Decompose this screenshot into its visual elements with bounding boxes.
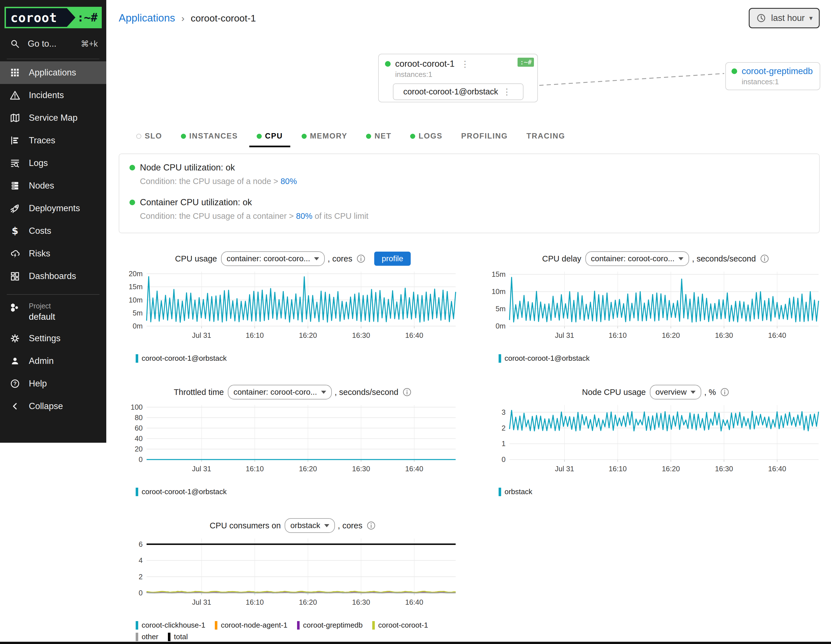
search-icon bbox=[10, 38, 20, 49]
legend-item-coroot-node-agent-1[interactable]: coroot-node-agent-1 bbox=[215, 621, 287, 630]
chart-selector-dropdown[interactable]: overview bbox=[650, 385, 701, 400]
svg-text:0m: 0m bbox=[495, 322, 506, 330]
chart-selector-dropdown[interactable]: container: coroot-coro... bbox=[585, 251, 689, 266]
legend-item-coroot-coroot-1-orbstack[interactable]: coroot-coroot-1@orbstack bbox=[136, 488, 227, 496]
sidebar-item-label: Logs bbox=[29, 158, 48, 168]
service-map-icon bbox=[10, 113, 20, 123]
sidebar-item-help[interactable]: ?Help bbox=[0, 372, 106, 395]
svg-text:16:30: 16:30 bbox=[715, 465, 733, 473]
svg-text:3: 3 bbox=[502, 408, 506, 416]
chart-legend: coroot-coroot-1@orbstack bbox=[498, 354, 818, 363]
svg-text:5m: 5m bbox=[495, 305, 506, 312]
status-dot bbox=[385, 61, 391, 67]
svg-text:4: 4 bbox=[139, 556, 143, 564]
kebab-menu-icon[interactable]: ⋮ bbox=[459, 59, 471, 69]
sidebar-item-incidents[interactable]: Incidents bbox=[0, 84, 106, 107]
tab-net[interactable]: NET bbox=[359, 127, 399, 147]
legend-item-coroot-clickhouse-1[interactable]: coroot-clickhouse-1 bbox=[136, 621, 205, 630]
tab-slo[interactable]: SLO bbox=[129, 127, 170, 147]
upstream-node-card[interactable]: coroot-greptimedb instances:1 bbox=[725, 62, 820, 90]
tab-profiling[interactable]: PROFILING bbox=[454, 127, 515, 147]
sidebar-item-label: Risks bbox=[29, 249, 50, 259]
legend-item-other[interactable]: other bbox=[136, 633, 158, 641]
chart-selector-dropdown[interactable]: orbstack bbox=[285, 518, 335, 533]
legend-label: coroot-clickhouse-1 bbox=[142, 621, 205, 630]
svg-text:16:40: 16:40 bbox=[405, 598, 423, 606]
sidebar-item-admin[interactable]: Admin bbox=[0, 350, 106, 372]
tab-label: PROFILING bbox=[461, 132, 508, 140]
tab-label: MEMORY bbox=[310, 132, 348, 140]
sidebar-item-service-map[interactable]: Service Map bbox=[0, 107, 106, 129]
storm-cloud-icon bbox=[10, 248, 20, 259]
info-icon[interactable] bbox=[720, 387, 729, 397]
svg-text:16:20: 16:20 bbox=[299, 332, 317, 339]
info-icon[interactable] bbox=[356, 254, 366, 263]
svg-text:16:40: 16:40 bbox=[405, 465, 423, 473]
chart-cpu-consumers-on: CPU consumers onorbstack, cores6420Jul 3… bbox=[118, 516, 468, 641]
legend-swatch bbox=[215, 621, 217, 630]
legend-item-coroot-greptimedb[interactable]: coroot-greptimedb bbox=[297, 621, 363, 630]
sidebar-item-collapse[interactable]: Collapse bbox=[0, 395, 106, 418]
svg-text:Jul 31: Jul 31 bbox=[192, 332, 211, 339]
breadcrumb-applications-link[interactable]: Applications bbox=[119, 12, 175, 24]
goto-search[interactable]: Go to... ⌘+k bbox=[0, 31, 106, 57]
tab-cpu[interactable]: CPU bbox=[249, 127, 290, 147]
svg-text:16:10: 16:10 bbox=[608, 332, 627, 339]
profile-button[interactable]: profile bbox=[374, 252, 411, 266]
info-icon[interactable] bbox=[366, 521, 376, 530]
legend-item-coroot-coroot-1-orbstack[interactable]: coroot-coroot-1@orbstack bbox=[136, 354, 227, 363]
chart-selector-dropdown[interactable]: container: coroot-coro... bbox=[228, 385, 332, 400]
chart-plot: 3210Jul 3116:1016:2016:3016:40 bbox=[481, 401, 825, 485]
sidebar-item-dashboards[interactable]: Dashboards bbox=[0, 265, 106, 287]
main-content: Applications › coroot-coroot-1 last hour… bbox=[106, 0, 831, 642]
breadcrumb-separator-icon: › bbox=[181, 13, 185, 24]
info-icon[interactable] bbox=[402, 387, 412, 397]
chart-title: CPU usage bbox=[175, 254, 217, 263]
runtime-badge: :~# bbox=[517, 58, 534, 67]
report-tabs: SLOINSTANCESCPUMEMORYNETLOGSPROFILINGTRA… bbox=[129, 127, 831, 147]
goto-shortcut: ⌘+k bbox=[81, 39, 98, 49]
check-condition: Condition: the CPU usage of a node > 80% bbox=[140, 177, 809, 186]
tab-tracing[interactable]: TRACING bbox=[519, 127, 573, 147]
dropdown-arrow-icon bbox=[691, 391, 696, 394]
sidebar-item-nodes[interactable]: Nodes bbox=[0, 174, 106, 197]
chart-throttled-time: Throttled timecontainer: coroot-coro...,… bbox=[118, 383, 468, 496]
threshold-link[interactable]: 80% bbox=[280, 177, 297, 186]
sidebar-item-logs[interactable]: Logs bbox=[0, 152, 106, 174]
sidebar-item-costs[interactable]: $Costs bbox=[0, 220, 106, 242]
dropdown-arrow-icon bbox=[321, 391, 326, 394]
instance-pill[interactable]: coroot-coroot-1@orbstack ⋮ bbox=[393, 83, 524, 100]
svg-text:$: $ bbox=[11, 226, 18, 236]
sidebar-item-traces[interactable]: Traces bbox=[0, 129, 106, 152]
sidebar-item-applications[interactable]: Applications bbox=[0, 61, 106, 84]
legend-item-coroot-coroot-1-orbstack[interactable]: coroot-coroot-1@orbstack bbox=[498, 354, 590, 363]
legend-swatch bbox=[136, 488, 138, 496]
info-icon[interactable] bbox=[760, 254, 769, 263]
upstream-node-link[interactable]: coroot-greptimedb bbox=[742, 66, 813, 77]
sidebar-item-risks[interactable]: Risks bbox=[0, 242, 106, 265]
tab-instances[interactable]: INSTANCES bbox=[174, 127, 245, 147]
legend-label: coroot-coroot-1@orbstack bbox=[142, 354, 227, 363]
sidebar-item-deployments[interactable]: Deployments bbox=[0, 197, 106, 220]
tab-logs[interactable]: LOGS bbox=[403, 127, 450, 147]
sidebar-item-settings[interactable]: Settings bbox=[0, 327, 106, 350]
legend-swatch bbox=[297, 621, 299, 630]
legend-item-total[interactable]: total bbox=[168, 633, 188, 641]
tab-memory[interactable]: MEMORY bbox=[294, 127, 355, 147]
sidebar-item-label: Deployments bbox=[29, 203, 80, 214]
person-icon bbox=[10, 355, 20, 367]
chart-selector-dropdown[interactable]: container: coroot-coro... bbox=[221, 251, 325, 266]
chart-title-row: CPU consumers onorbstack, cores bbox=[118, 516, 468, 535]
service-map-panel: :~# coroot-coroot-1 ⋮ instances:1 coroot… bbox=[106, 36, 831, 124]
threshold-link[interactable]: 80% bbox=[296, 212, 312, 220]
check-status-dot bbox=[129, 199, 135, 205]
check-container-cpu-utilization: Container CPU utilization: okCondition: … bbox=[129, 197, 809, 221]
time-range-selector[interactable]: last hour ▾ bbox=[749, 8, 820, 28]
legend-item-orbstack[interactable]: orbstack bbox=[498, 488, 532, 496]
app-node-card[interactable]: :~# coroot-coroot-1 ⋮ instances:1 coroot… bbox=[378, 54, 538, 102]
project-selector[interactable]: Project default bbox=[0, 297, 106, 327]
coroot-logo[interactable]: coroot :~# bbox=[5, 7, 102, 28]
kebab-menu-icon[interactable]: ⋮ bbox=[501, 87, 513, 97]
legend-item-coroot-coroot-1[interactable]: coroot-coroot-1 bbox=[372, 621, 428, 630]
chart-cpu-usage: CPU usagecontainer: coroot-coro..., core… bbox=[118, 250, 468, 363]
